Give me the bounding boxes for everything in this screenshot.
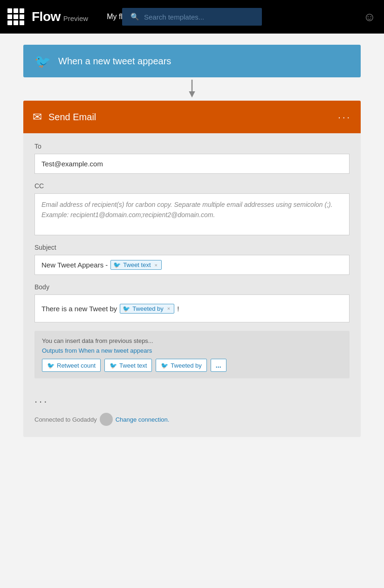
action-block: ✉ Send Email ··· To CC Email address of …: [23, 101, 361, 437]
brand: Flow Preview: [32, 9, 88, 24]
twitter-bird-icon-tt: 🐦: [110, 362, 117, 369]
tweet-text-token[interactable]: 🐦 Tweet text: [104, 359, 152, 372]
subject-input[interactable]: New Tweet Appears - 🐦 Tweet text ×: [34, 255, 350, 275]
tweet-text-label: Tweet text: [119, 362, 147, 369]
svg-marker-1: [189, 91, 195, 97]
trigger-block[interactable]: 🐦 When a new tweet appears: [23, 45, 361, 77]
email-icon: ✉: [33, 110, 42, 123]
to-field-group: To: [34, 143, 350, 182]
retweet-count-token[interactable]: 🐦 Retweet count: [42, 359, 101, 372]
twitter-icon: 🐦: [34, 54, 51, 69]
action-header: ✉ Send Email ···: [23, 101, 361, 133]
connected-label: Connected to Godaddy: [34, 416, 97, 423]
action-body: To CC Email address of recipient(s) for …: [23, 133, 361, 437]
to-input[interactable]: [34, 154, 350, 174]
cc-field-group: CC Email address of recipient(s) for car…: [34, 182, 350, 235]
insert-data-section: You can insert data from previous steps.…: [34, 331, 350, 378]
insert-hint: You can insert data from previous steps.…: [42, 337, 342, 344]
body-prefix: There is a new Tweet by: [41, 305, 117, 313]
search-box: 🔍: [122, 8, 262, 26]
grid-icon[interactable]: [7, 8, 24, 25]
action-ellipsis[interactable]: ...: [34, 388, 350, 413]
smiley-button[interactable]: ☺: [363, 10, 376, 24]
twitter-bird-icon-tb: 🐦: [161, 362, 168, 369]
body-field-group: Body There is a new Tweet by 🐦 Tweeted b…: [34, 283, 350, 322]
search-input[interactable]: [144, 13, 247, 21]
subject-token-label: Tweet text: [123, 261, 151, 268]
twitter-bird-icon-body: 🐦: [123, 305, 130, 312]
cc-label: CC: [34, 182, 350, 190]
action-more-button[interactable]: ···: [338, 112, 351, 123]
body-tweeted-by-token[interactable]: 🐦 Tweeted by ×: [120, 304, 174, 314]
body-input[interactable]: There is a new Tweet by 🐦 Tweeted by × !: [34, 294, 350, 322]
to-label: To: [34, 143, 350, 150]
brand-preview: Preview: [63, 14, 88, 22]
search-wrapper: 🔍: [122, 8, 262, 26]
outputs-link[interactable]: Outputs from When a new tweet appears: [42, 347, 342, 354]
brand-flow: Flow: [32, 9, 61, 24]
subject-field-group: Subject New Tweet Appears - 🐦 Tweet text…: [34, 244, 350, 275]
remove-subject-token[interactable]: ×: [155, 262, 158, 268]
connected-row: Connected to Godaddy Change connection.: [34, 413, 350, 426]
token-buttons-row: 🐦 Retweet count 🐦 Tweet text 🐦 Tweeted b…: [42, 359, 342, 372]
twitter-bird-icon: 🐦: [113, 261, 121, 268]
body-suffix: !: [177, 305, 179, 313]
tweeted-by-label: Tweeted by: [171, 362, 202, 369]
twitter-bird-icon-rc: 🐦: [47, 362, 55, 369]
subject-prefix: New Tweet Appears -: [41, 261, 108, 269]
subject-label: Subject: [34, 244, 350, 251]
action-header-left: ✉ Send Email: [33, 110, 96, 123]
search-icon: 🔍: [130, 13, 139, 21]
body-token-label: Tweeted by: [132, 305, 164, 312]
avatar: [100, 413, 113, 426]
flow-canvas: 🐦 When a new tweet appears ✉ Send Email …: [23, 45, 361, 437]
cc-placeholder-text[interactable]: Email address of recipient(s) for carbon…: [34, 193, 350, 235]
body-label: Body: [34, 283, 350, 291]
action-label: Send Email: [48, 112, 96, 123]
tweeted-by-token[interactable]: 🐦 Tweeted by: [156, 359, 207, 372]
flow-arrow: [23, 77, 361, 101]
remove-body-token[interactable]: ×: [167, 306, 170, 311]
more-tokens-button[interactable]: ...: [211, 359, 226, 372]
subject-tweet-text-token[interactable]: 🐦 Tweet text ×: [110, 260, 162, 270]
change-connection-link[interactable]: Change connection.: [116, 416, 170, 423]
trigger-label: When a new tweet appears: [58, 56, 171, 67]
top-nav: Flow Preview My flows Browse Learn 🔍 ☺: [0, 0, 384, 34]
retweet-count-label: Retweet count: [57, 362, 96, 369]
